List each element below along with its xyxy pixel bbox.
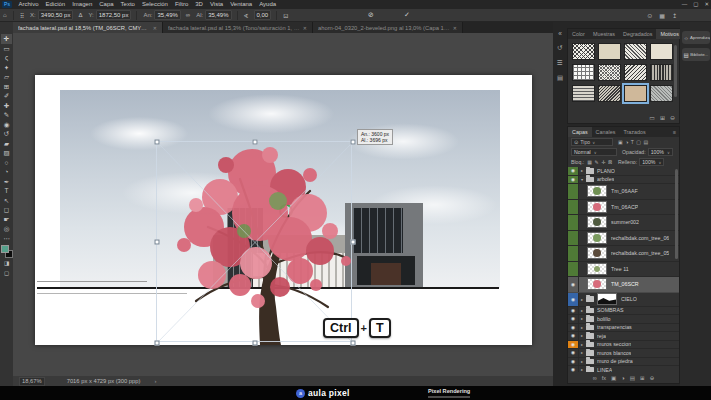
layer-row[interactable]: ◉ ▾ arboles: [568, 176, 679, 185]
eye-icon[interactable]: ◉: [568, 324, 579, 332]
edit-toolbar[interactable]: ⋯: [1, 234, 12, 244]
transform-handle[interactable]: [253, 140, 258, 145]
layer-name[interactable]: rechalbdak.com_tree_06: [611, 235, 669, 241]
eye-icon[interactable]: ◉: [568, 215, 579, 230]
expand-caret-icon[interactable]: ▸: [579, 316, 585, 321]
transform-handle[interactable]: [155, 140, 160, 145]
eye-icon[interactable]: ◉: [568, 184, 579, 199]
panel-tab[interactable]: Canales: [592, 127, 620, 137]
eye-icon[interactable]: ◉: [568, 341, 579, 349]
crop-tool[interactable]: ▱: [1, 72, 12, 82]
tab-close-icon[interactable]: ✕: [153, 25, 157, 31]
libraries-button[interactable]: ▤ Bibliote...: [682, 48, 710, 61]
y-value-field[interactable]: 1872,50 px: [96, 10, 132, 20]
filter-smart-objects-icon[interactable]: ▤: [644, 139, 649, 145]
layer-name[interactable]: Tm_06AAF: [611, 188, 638, 194]
expand-caret-icon[interactable]: ▾: [579, 177, 585, 182]
fill-select[interactable]: 100% ∨: [639, 158, 664, 166]
lock-all-icon[interactable]: ⊠: [608, 159, 612, 165]
commit-transform-button[interactable]: ✓: [404, 11, 410, 19]
layers-scrollbar[interactable]: [675, 169, 678, 259]
pattern-beige-light[interactable]: [650, 43, 673, 60]
hand-tool[interactable]: ☛: [1, 215, 12, 225]
panel-tab[interactable]: Degradados: [619, 29, 656, 39]
pattern-stripes-dark[interactable]: [650, 64, 673, 81]
screen-mode-button[interactable]: ▢: [1, 269, 12, 279]
close-button[interactable]: ✕: [704, 0, 709, 9]
layer-thumbnail[interactable]: [587, 216, 607, 228]
width-value-field[interactable]: 35,49%: [154, 10, 180, 20]
layer-row[interactable]: ◉ ▸ CIELO: [568, 293, 679, 307]
expand-caret-icon[interactable]: ▸: [579, 359, 585, 364]
type-tool[interactable]: T: [1, 186, 12, 196]
layer-name[interactable]: SOMBRAS: [597, 307, 624, 313]
layer-thumbnail[interactable]: [587, 278, 607, 290]
blend-mode-select[interactable]: Normal ∨: [571, 148, 617, 156]
menu-item[interactable]: Ayuda: [256, 0, 280, 9]
maximize-button[interactable]: ▢: [693, 0, 698, 9]
delete-pattern-icon[interactable]: ⊖: [670, 114, 675, 121]
history-brush-tool[interactable]: ↺: [1, 129, 12, 139]
layer-row[interactable]: ◉ rechalbdak.com_tree_06: [568, 231, 679, 247]
pattern-herringbone[interactable]: [598, 85, 621, 102]
lock-pixels-icon[interactable]: ✎: [595, 159, 599, 165]
expand-caret-icon[interactable]: ▸: [579, 297, 585, 302]
layer-name[interactable]: rechalbdak.com_tree_05: [611, 250, 669, 256]
panel-tab[interactable]: Capas: [568, 127, 592, 137]
eye-icon[interactable]: ◉: [568, 349, 579, 357]
panel-tab[interactable]: Trazados: [619, 127, 649, 137]
panel-tab[interactable]: Color: [568, 29, 589, 39]
layer-thumbnail[interactable]: [587, 185, 607, 197]
layer-row[interactable]: ◉ ▸ muros seccion: [568, 341, 679, 350]
menu-item[interactable]: Texto: [117, 0, 138, 9]
adjustment-layer-icon[interactable]: ◑: [621, 375, 624, 381]
layer-effects-icon[interactable]: fx: [602, 375, 606, 381]
height-value-field[interactable]: 35,49%: [205, 10, 231, 20]
add-layer-mask-icon[interactable]: ▣: [611, 375, 616, 381]
layer-row[interactable]: ◉ Tm_06AAF: [568, 184, 679, 200]
x-value-field[interactable]: 3490,50 px: [38, 10, 74, 20]
pattern-diagonal-lines[interactable]: [624, 64, 647, 81]
zoom-tool[interactable]: ◎: [1, 224, 12, 234]
layer-row[interactable]: ◉ ▸ transparencias: [568, 324, 679, 333]
history-panel-icon[interactable]: ↺: [557, 44, 562, 52]
eye-icon[interactable]: ◉: [568, 176, 579, 184]
tab-close-icon[interactable]: ✕: [303, 25, 307, 31]
clone-stamp-tool[interactable]: ◉: [1, 120, 12, 130]
eye-icon[interactable]: ◉: [568, 262, 579, 277]
layer-row[interactable]: ◉ ▸ LINEA: [568, 366, 679, 372]
filter-pixel-layers-icon[interactable]: ▣: [618, 139, 623, 145]
eyedropper-tool[interactable]: ✐: [1, 91, 12, 101]
share-icon[interactable]: ↥: [672, 12, 677, 19]
layer-name[interactable]: Tm_06ACP: [611, 204, 638, 210]
eye-icon[interactable]: ◉: [568, 277, 579, 292]
layer-row[interactable]: ◉ ▸ muro de piedra: [568, 358, 679, 367]
properties-panel-icon[interactable]: ☰: [557, 59, 563, 67]
foreground-color-swatch[interactable]: [1, 245, 9, 253]
layer-search-field[interactable]: ⊙ Tipo ∨: [571, 138, 613, 146]
layer-thumbnail[interactable]: [587, 232, 607, 244]
pattern-beige-solid[interactable]: [598, 43, 621, 60]
transform-bounding-box[interactable]: [156, 141, 352, 342]
healing-brush-tool[interactable]: ✚: [1, 101, 12, 111]
pattern-horizontal-weave[interactable]: [572, 85, 595, 102]
quick-selection-tool[interactable]: ✦: [1, 63, 12, 73]
angle-value-field[interactable]: 0,00: [254, 10, 272, 20]
eye-icon[interactable]: ◉: [568, 246, 579, 261]
menu-item[interactable]: Edición: [42, 0, 69, 9]
workspace-layout-icon[interactable]: ▦: [659, 12, 665, 19]
panel-menu-icon[interactable]: ≡: [670, 127, 679, 137]
document-canvas[interactable]: An.: 3600 px Al.: 3696 px Ctrl + T: [35, 75, 532, 345]
layer-name[interactable]: muros seccion: [597, 341, 631, 347]
menu-item[interactable]: Filtro: [171, 0, 191, 9]
eye-icon[interactable]: ◉: [568, 366, 579, 372]
link-dimensions-icon[interactable]: ∞: [186, 12, 190, 18]
filter-type-layers-icon[interactable]: T: [631, 139, 634, 145]
new-pattern-icon[interactable]: ⊞: [660, 114, 665, 121]
layer-row[interactable]: ◉ rechalbdak.com_tree_05: [568, 246, 679, 262]
layer-name[interactable]: CIELO: [621, 296, 637, 302]
eye-icon[interactable]: ◉: [568, 315, 579, 323]
cancel-transform-button[interactable]: ⊘: [368, 11, 374, 19]
layer-name[interactable]: transparencias: [597, 324, 632, 330]
pattern-diamond-lattice[interactable]: [598, 64, 621, 81]
